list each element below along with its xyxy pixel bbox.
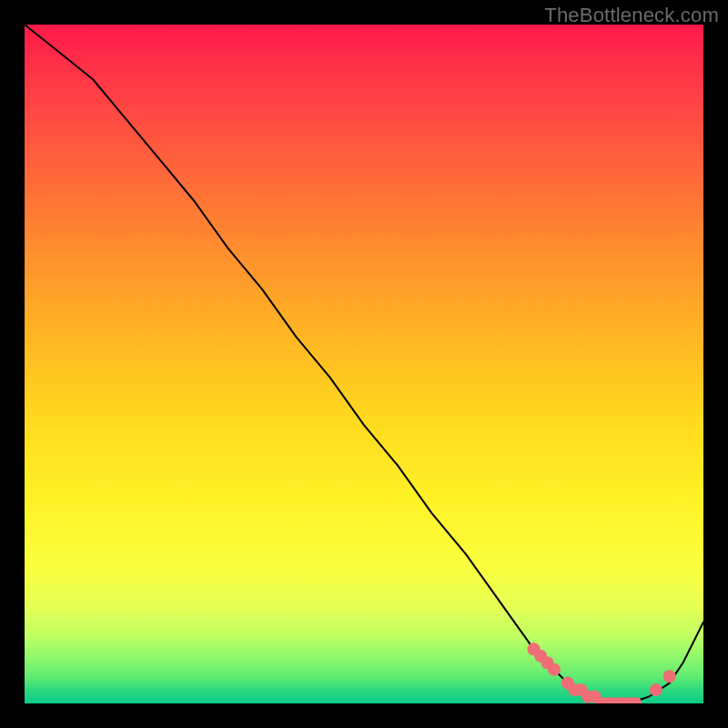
watermark-text: TheBottleneck.com bbox=[544, 4, 719, 27]
data-marker bbox=[548, 663, 561, 676]
data-marker bbox=[663, 670, 676, 682]
plot-area bbox=[25, 25, 703, 703]
chart-overlay bbox=[25, 25, 703, 703]
chart-frame: TheBottleneck.com bbox=[0, 0, 728, 728]
bottleneck-curve bbox=[25, 25, 703, 703]
data-marker bbox=[650, 683, 662, 696]
marker-group bbox=[528, 642, 676, 703]
